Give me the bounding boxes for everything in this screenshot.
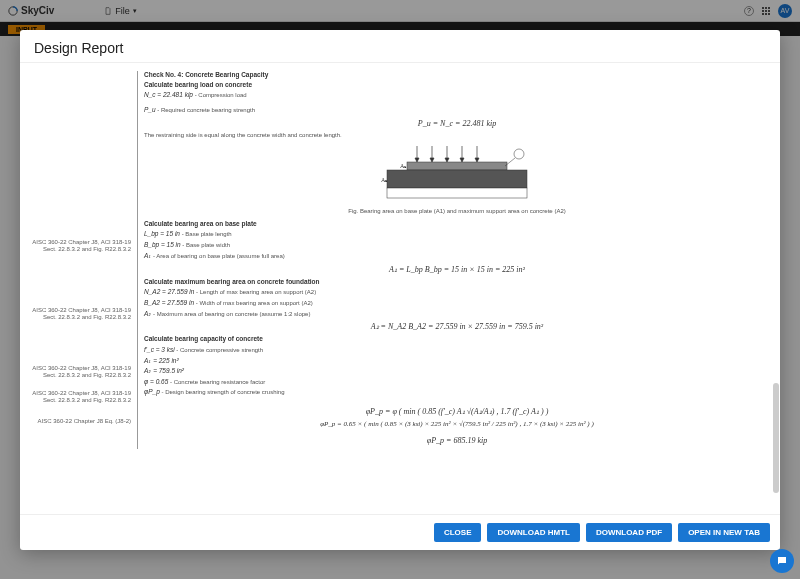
- ref-citation: AISC 360-22 Chapter J8, ACI 318-19 Sect.…: [30, 307, 131, 321]
- var-desc: - Concrete compressive strength: [175, 347, 263, 353]
- var-line: f'_c = 3 ksi: [144, 346, 175, 353]
- chat-icon: [776, 555, 788, 567]
- section-heading: Calculate maximum bearing area on concre…: [144, 278, 770, 286]
- var-desc: - Required concrete bearing strength: [156, 107, 255, 113]
- close-button[interactable]: CLOSE: [434, 523, 482, 542]
- var-line: N_c = 22.481 kip: [144, 91, 193, 98]
- check-title: Check No. 4: Concrete Bearing Capacity: [144, 71, 770, 79]
- open-new-tab-button[interactable]: OPEN IN NEW TAB: [678, 523, 770, 542]
- var-line: N_A2 = 27.559 in: [144, 288, 194, 295]
- equation: φP_p = 0.65 × ( min ( 0.85 × (3 ksi) × 2…: [144, 420, 770, 428]
- var-desc: - Width of max bearing area on support (…: [194, 300, 313, 306]
- var-line: B_bp = 15 in: [144, 241, 181, 248]
- download-html-button[interactable]: DOWNLOAD HMTL: [487, 523, 579, 542]
- ref-citation: AISC 360-22 Chapter J8, ACI 318-19 Sect.…: [30, 239, 131, 253]
- var-desc: - Compression load: [193, 92, 247, 98]
- design-report-modal: Design Report AISC 360-22 Chapter J8, AC…: [20, 30, 780, 550]
- var-desc: - Maximum area of bearing on concrete (a…: [151, 311, 310, 317]
- svg-rect-12: [387, 170, 527, 188]
- svg-text:A₂: A₂: [381, 177, 388, 183]
- chat-support-button[interactable]: [770, 549, 794, 573]
- modal-title: Design Report: [20, 30, 780, 62]
- ref-citation: AISC 360-22 Chapter J8, ACI 318-19 Sect.…: [30, 365, 131, 379]
- equation: A₂ = N_A2 B_A2 = 27.559 in × 27.559 in =…: [144, 322, 770, 331]
- var-desc: - Area of bearing on base plate (assume …: [151, 253, 284, 259]
- note-text: The restraining side is equal along the …: [144, 132, 770, 140]
- svg-rect-13: [387, 188, 527, 198]
- section-heading: Calculate bearing load on concrete: [144, 81, 770, 89]
- var-line: L_bp = 15 in: [144, 230, 180, 237]
- report-body: Check No. 4: Concrete Bearing Capacity C…: [138, 71, 770, 450]
- download-pdf-button[interactable]: DOWNLOAD PDF: [586, 523, 672, 542]
- svg-marker-10: [475, 158, 479, 162]
- var-line: φ = 0.65: [144, 378, 168, 385]
- var-desc: - Length of max bearing area on support …: [194, 289, 316, 295]
- var-line: B_A2 = 27.559 in: [144, 299, 194, 306]
- var-desc: - Base plate length: [180, 231, 232, 237]
- svg-marker-4: [430, 158, 434, 162]
- equation: φP_p = φ ( min ( 0.85 (f'_c) A₁ √(A₂/A₁)…: [144, 407, 770, 416]
- modal-footer: CLOSE DOWNLOAD HMTL DOWNLOAD PDF OPEN IN…: [20, 515, 780, 550]
- modal-body: AISC 360-22 Chapter J8, ACI 318-19 Sect.…: [20, 62, 780, 515]
- section-heading: Calculate bearing area on base plate: [144, 220, 770, 228]
- equation: P_u = N_c = 22.481 kip: [144, 119, 770, 128]
- var-desc: - Base plate width: [181, 242, 230, 248]
- var-desc: - Design bearing strength of concrete cr…: [160, 389, 285, 395]
- var-line: A₁ = 225 in²: [144, 357, 179, 364]
- reference-column: AISC 360-22 Chapter J8, ACI 318-19 Sect.…: [30, 71, 138, 450]
- svg-marker-6: [445, 158, 449, 162]
- equation: A₁ = L_bp B_bp = 15 in × 15 in = 225 in²: [144, 265, 770, 274]
- scrollbar-thumb[interactable]: [773, 383, 779, 493]
- svg-text:A₁: A₁: [400, 163, 407, 169]
- modal-backdrop: Design Report AISC 360-22 Chapter J8, AC…: [0, 0, 800, 579]
- var-desc: - Concrete bearing resistance factor: [168, 379, 265, 385]
- report-content: AISC 360-22 Chapter J8, ACI 318-19 Sect.…: [20, 63, 780, 458]
- ref-citation: AISC 360-22 Chapter J8, ACI 318-19 Sect.…: [30, 390, 131, 404]
- svg-rect-11: [407, 162, 507, 170]
- var-line: φP_p: [144, 388, 160, 395]
- figure-caption: Fig. Bearing area on base plate (A1) and…: [144, 208, 770, 214]
- svg-marker-8: [460, 158, 464, 162]
- svg-point-16: [514, 149, 524, 159]
- bearing-area-figure: A₁ A₂: [367, 144, 547, 204]
- svg-marker-2: [415, 158, 419, 162]
- section-heading: Calculate bearing capacity of concrete: [144, 335, 770, 343]
- ref-citation: AISC 360-22 Chapter J8 Eq. (J8-2): [30, 418, 131, 425]
- var-line: A₂ = 759.5 in²: [144, 367, 184, 374]
- equation: φP_p = 685.19 kip: [144, 436, 770, 445]
- var-line: P_u: [144, 106, 156, 113]
